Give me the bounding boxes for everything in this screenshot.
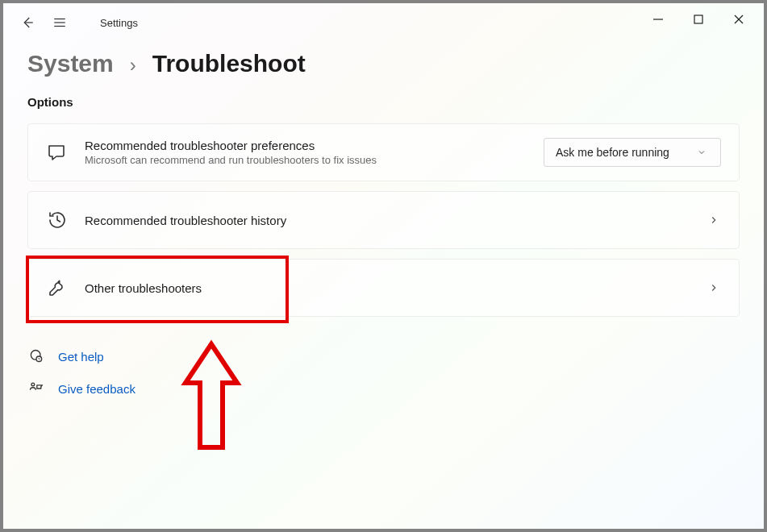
maximize-button[interactable] [690, 10, 707, 28]
preferences-dropdown[interactable]: Ask me before running [544, 138, 721, 167]
info-bubble-icon [46, 143, 69, 162]
card-recommended-preferences: Recommended troubleshooter preferences M… [27, 123, 740, 181]
window-controls [649, 3, 759, 35]
card-body: Recommended troubleshooter history [85, 214, 707, 227]
svg-text:?: ? [38, 357, 40, 362]
chevron-right-icon [707, 281, 721, 295]
settings-window: Settings System › Troubleshoot Options [3, 3, 764, 529]
other-card-wrap: Other troubleshooters [27, 259, 740, 317]
titlebar: Settings [3, 3, 764, 42]
svg-point-10 [31, 383, 35, 386]
card-other-troubleshooters[interactable]: Other troubleshooters [27, 259, 740, 317]
options-heading: Options [27, 95, 740, 109]
card-body: Other troubleshooters [85, 281, 707, 295]
chevron-down-icon [694, 145, 709, 160]
breadcrumb-separator-icon: › [130, 54, 136, 77]
wrench-icon [46, 278, 69, 297]
page-title: Troubleshoot [152, 50, 306, 77]
help-icon: ? [27, 347, 45, 365]
card-title: Other troubleshooters [85, 281, 707, 295]
hamburger-icon[interactable] [52, 15, 68, 31]
feedback-icon [27, 380, 45, 397]
give-feedback-link[interactable]: Give feedback [27, 380, 740, 397]
breadcrumb-parent[interactable]: System [27, 50, 114, 77]
card-title: Recommended troubleshooter history [85, 214, 707, 227]
dropdown-value: Ask me before running [556, 146, 669, 159]
help-links: ? Get help Give feedback [27, 347, 740, 397]
close-button[interactable] [730, 10, 748, 28]
link-label: Get help [58, 350, 104, 364]
breadcrumb: System › Troubleshoot [27, 50, 740, 77]
content-area: System › Troubleshoot Options Recommende… [3, 42, 764, 529]
app-title: Settings [100, 17, 138, 29]
svg-rect-4 [694, 15, 702, 23]
back-icon[interactable] [19, 15, 35, 31]
card-subtitle: Microsoft can recommend and run troubles… [85, 154, 544, 166]
card-body: Recommended troubleshooter preferences M… [85, 139, 544, 166]
history-icon [46, 210, 69, 230]
titlebar-left: Settings [3, 15, 138, 31]
card-title: Recommended troubleshooter preferences [85, 139, 544, 152]
minimize-button[interactable] [649, 10, 667, 28]
get-help-link[interactable]: ? Get help [27, 347, 740, 365]
chevron-right-icon [707, 213, 721, 227]
link-label: Give feedback [58, 382, 135, 396]
card-recommended-history[interactable]: Recommended troubleshooter history [27, 191, 740, 249]
